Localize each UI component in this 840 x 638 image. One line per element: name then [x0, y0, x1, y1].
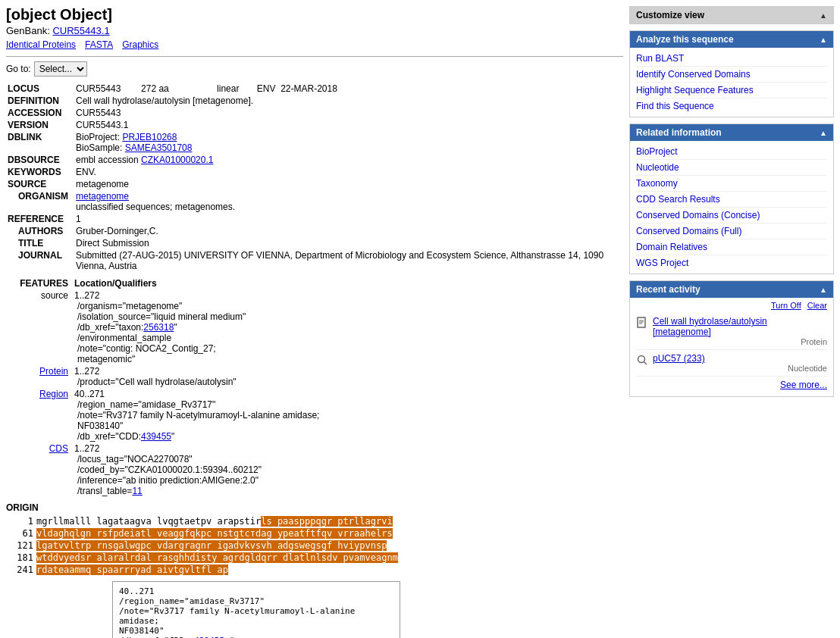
authors-row: AUTHORS Gruber-Dorninger,C. — [6, 225, 623, 237]
organism-label: ORGANISM — [6, 190, 74, 213]
recent-scroll-btn[interactable]: ▲ — [820, 286, 827, 294]
genbank-id-link[interactable]: CUR55443.1 — [52, 25, 109, 36]
authors-value: Gruber-Dorninger,C. — [74, 225, 623, 237]
bioproject-label: BioProject: — [76, 132, 120, 142]
tooltip-line-4: NF038140" — [119, 626, 165, 636]
nucleotide-link[interactable]: Nucleotide — [636, 160, 827, 176]
svg-line-5 — [644, 362, 647, 365]
reference-row: REFERENCE 1 — [6, 213, 623, 225]
highlight-sequence-features-link[interactable]: Highlight Sequence Features — [636, 83, 827, 99]
cds-q2: /coded_by="CZKA01000020.1:59394..60212" — [74, 464, 623, 475]
related-section: Related information ▲ BioProject Nucleot… — [629, 124, 834, 274]
recent-controls: Turn Off Clear — [636, 301, 827, 310]
dblink-row: DBLINK BioProject: PRJEB10268 BioSample:… — [6, 131, 623, 154]
bioproject-related-link[interactable]: BioProject — [636, 144, 827, 160]
doc-icon — [636, 317, 648, 329]
dbsource-value: embl accession CZKA01000020.1 — [74, 154, 623, 166]
origin-title: ORIGIN — [6, 502, 623, 513]
source-row: SOURCE metagenome — [6, 178, 623, 190]
domain-relatives-link[interactable]: Domain Relatives — [636, 239, 827, 255]
top-divider — [6, 56, 623, 57]
title-label: TITLE — [6, 237, 74, 249]
recent-item-2-text: pUC57 (233) Nucleotide — [653, 353, 827, 373]
conserved-domains-concise-link[interactable]: Conserved Domains (Concise) — [636, 208, 827, 224]
source-q1: /organism="metagenome" — [74, 301, 623, 311]
origin-section: ORIGIN 1 mgrllmalll lagataagva lvqgtaetp… — [6, 502, 623, 638]
reference-value: 1 — [74, 213, 623, 225]
identical-proteins-link[interactable]: Identical Proteins — [6, 39, 76, 50]
bioproject-link[interactable]: PRJEB10268 — [122, 132, 177, 142]
see-more-link[interactable]: See more... — [636, 377, 827, 393]
accession-value: CUR55443 — [74, 107, 623, 119]
recent-header-label: Recent activity — [636, 284, 701, 295]
cds-q1: /locus_tag="NOCA2270078" — [74, 454, 623, 464]
wgs-project-link[interactable]: WGS Project — [636, 255, 827, 271]
title-row: TITLE Direct Submission — [6, 237, 623, 249]
conserved-domains-full-link[interactable]: Conserved Domains (Full) — [636, 224, 827, 239]
dblink-label: DBLINK — [6, 131, 74, 154]
features-section: FEATURES Location/Qualifiers source 1..2… — [6, 278, 623, 496]
recent-item-1-name[interactable]: Cell wall hydrolase/autolysin [metagenom… — [653, 316, 827, 337]
cdd-search-results-link[interactable]: CDD Search Results — [636, 192, 827, 208]
accession-label: ACCESSION — [6, 107, 74, 119]
cdd-region-link[interactable]: 439455 — [141, 431, 171, 442]
transl-table-link[interactable]: 11 — [132, 486, 142, 496]
region-q4: /db_xref="CDD:439455" — [74, 431, 623, 442]
cds-feature-label: CDS — [6, 443, 74, 496]
recent-section: Recent activity ▲ Turn Off Clear — [629, 280, 834, 397]
recent-item-2-name[interactable]: pUC57 (233) — [653, 353, 827, 364]
svg-point-4 — [638, 356, 645, 363]
turn-off-link[interactable]: Turn Off — [771, 301, 801, 310]
source-q6: metagenomic" — [74, 354, 623, 364]
genbank-label: GenBank: — [6, 25, 50, 36]
keywords-label: KEYWORDS — [6, 166, 74, 178]
customize-section: Customize view ▲ — [629, 6, 834, 24]
fasta-link[interactable]: FASTA — [85, 39, 113, 50]
journal-label: JOURNAL — [6, 249, 74, 272]
keywords-row: KEYWORDS ENV. — [6, 166, 623, 178]
related-body: BioProject Nucleotide Taxonomy CDD Searc… — [630, 141, 833, 274]
origin-line-2: 61 vldaghqlgn rsfpdeiatl veaggfqkpc nstg… — [6, 528, 623, 539]
recent-item-1: Cell wall hydrolase/autolysin [metagenom… — [636, 313, 827, 350]
journal-value: Submitted (27-AUG-2015) UNIVERSITY OF VI… — [74, 249, 623, 272]
identify-conserved-domains-link[interactable]: Identify Conserved Domains — [636, 67, 827, 83]
protein-link[interactable]: Protein — [39, 366, 68, 377]
goto-select[interactable]: Select... — [34, 61, 87, 77]
cds-q4: /transl_table=11 — [74, 486, 623, 496]
customize-header-label: Customize view — [636, 10, 704, 20]
protein-q1: /product="Cell wall hydrolase/autolysin" — [74, 377, 623, 387]
biosample-link[interactable]: SAMEA3501708 — [125, 142, 193, 153]
dbsource-link[interactable]: CZKA01000020.1 — [141, 155, 213, 165]
tooltip-line-3: /note="Rv3717 family N-acetylmuramoyl-L-… — [119, 606, 355, 626]
recent-header: Recent activity ▲ — [630, 281, 833, 298]
region-link[interactable]: Region — [39, 389, 68, 399]
dblink-value: BioProject: PRJEB10268 BioSample: SAMEA3… — [74, 131, 623, 154]
cds-link[interactable]: CDS — [49, 443, 68, 454]
sidebar: Customize view ▲ Analyze this sequence ▲… — [629, 6, 834, 638]
journal-row: JOURNAL Submitted (27-AUG-2015) UNIVERSI… — [6, 249, 623, 272]
related-scroll-btn[interactable]: ▲ — [820, 129, 827, 137]
analyze-scroll-btn[interactable]: ▲ — [820, 36, 827, 44]
organism-link[interactable]: metagenome — [76, 191, 129, 202]
record-table: LOCUS CUR55443 272 aa linear ENV 22-MAR-… — [6, 83, 623, 272]
find-this-sequence-link[interactable]: Find this Sequence — [636, 99, 827, 114]
related-header-label: Related information — [636, 127, 722, 138]
run-blast-link[interactable]: Run BLAST — [636, 51, 827, 67]
features-header-row: FEATURES Location/Qualifiers — [6, 278, 623, 289]
genbank-id-line: GenBank: CUR55443.1 — [6, 25, 623, 36]
cds-feature: CDS 1..272 /locus_tag="NOCA2270078" /cod… — [6, 443, 623, 496]
organism-row: ORGANISM metagenome unclassified sequenc… — [6, 190, 623, 213]
clear-link[interactable]: Clear — [807, 301, 827, 310]
customize-scroll-btn[interactable]: ▲ — [820, 11, 827, 20]
graphics-link[interactable]: Graphics — [122, 39, 158, 50]
main-content: [object Object] GenBank: CUR55443.1 Iden… — [6, 6, 623, 638]
taxonomy-link[interactable]: Taxonomy — [636, 176, 827, 192]
analyze-header: Analyze this sequence ▲ — [630, 31, 833, 48]
related-header: Related information ▲ — [630, 124, 833, 141]
taxon-link[interactable]: 256318 — [143, 322, 174, 333]
region-q1: /region_name="amidase_Rv3717" — [74, 399, 623, 410]
cds-q3: /inference="ab initio prediction:AMIGene… — [74, 475, 623, 486]
page-title: [object Object] — [6, 6, 623, 23]
analyze-section: Analyze this sequence ▲ Run BLAST Identi… — [629, 30, 834, 117]
definition-value: Cell wall hydrolase/autolysin [metagenom… — [74, 95, 623, 107]
